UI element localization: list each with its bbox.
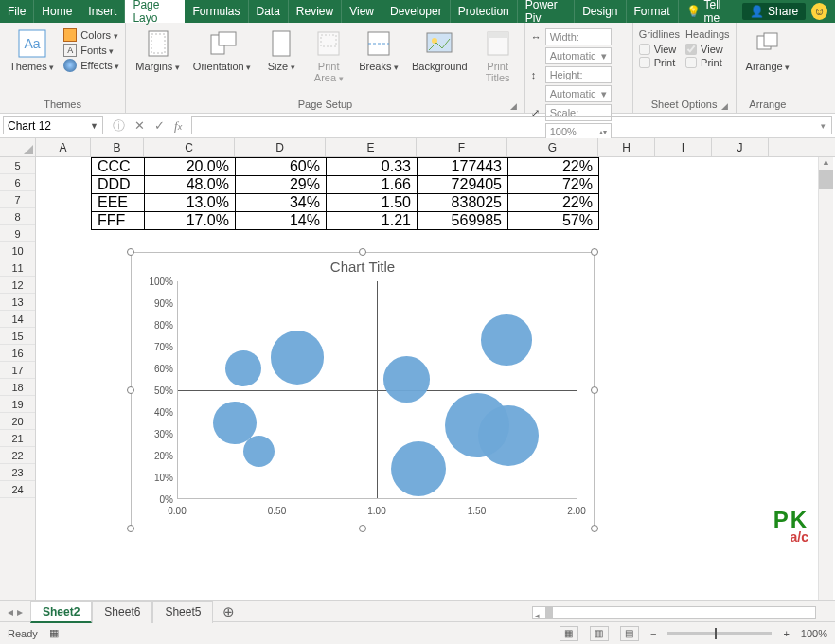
sheet-tab-sheet6[interactable]: Sheet6	[92, 601, 152, 623]
row-headers[interactable]: 56789101112131415161718192021222324	[0, 157, 36, 600]
resize-handle[interactable]	[359, 248, 366, 256]
row-header[interactable]: 7	[0, 191, 35, 208]
resize-handle[interactable]	[127, 248, 134, 256]
dialog-launcher-icon[interactable]: ◢	[510, 101, 517, 111]
menu-tab-page-layout[interactable]: Page Layo	[125, 0, 185, 23]
row-header[interactable]: 15	[0, 328, 35, 345]
gridlines-view-checkbox[interactable]: View	[639, 44, 680, 55]
themes-button[interactable]: Aa Themes	[6, 27, 58, 75]
menu-tab-formulas[interactable]: Formulas	[185, 0, 248, 23]
row-header[interactable]: 11	[0, 259, 35, 277]
embedded-chart[interactable]: Chart Title 0%10%20%30%40%50%60%70%80%90…	[131, 252, 595, 528]
row-header[interactable]: 22	[0, 447, 35, 464]
zoom-out-button[interactable]: −	[650, 628, 656, 639]
col-header-B[interactable]: B	[91, 138, 144, 156]
arrange-button[interactable]: Arrange	[742, 27, 794, 75]
resize-handle[interactable]	[359, 525, 366, 532]
col-header-G[interactable]: G	[507, 138, 598, 156]
menu-tab-format[interactable]: Format	[627, 0, 679, 23]
zoom-level[interactable]: 100%	[801, 628, 827, 639]
fx-icon[interactable]: fx	[174, 118, 182, 134]
menu-tab-view[interactable]: View	[342, 0, 382, 23]
width-select[interactable]: Width:	[545, 28, 612, 45]
row-header[interactable]: 17	[0, 362, 35, 379]
menu-tab-protection[interactable]: Protection	[451, 0, 518, 23]
row-header[interactable]: 20	[0, 413, 35, 430]
menu-tab-data[interactable]: Data	[249, 0, 289, 23]
sheet-tab-sheet2[interactable]: Sheet2	[30, 601, 92, 623]
bubble-point[interactable]	[225, 350, 261, 386]
tab-nav-last-icon[interactable]: ▸	[17, 605, 23, 618]
select-all-corner[interactable]	[0, 138, 36, 157]
menu-tab-insert[interactable]: Insert	[80, 0, 125, 23]
headings-print-checkbox[interactable]: Print	[685, 57, 729, 68]
sheet-tab-sheet5[interactable]: Sheet5	[152, 601, 213, 623]
row-header[interactable]: 8	[0, 208, 35, 225]
height-value[interactable]: Automatic▾	[545, 85, 612, 102]
bubble-point[interactable]	[271, 331, 324, 384]
zoom-in-button[interactable]: +	[783, 628, 789, 639]
new-sheet-button[interactable]: ⊕	[213, 603, 244, 620]
tab-nav-first-icon[interactable]: ◂	[8, 605, 13, 618]
row-header[interactable]: 14	[0, 311, 35, 328]
row-header[interactable]: 18	[0, 379, 35, 396]
menu-tab-design[interactable]: Design	[575, 0, 626, 23]
effects-button[interactable]: Effects	[63, 59, 119, 72]
worksheet-grid[interactable]: ABCDEFGHIJ 56789101112131415161718192021…	[0, 138, 835, 600]
menu-tab-home[interactable]: Home	[34, 0, 80, 23]
menu-tab-developer[interactable]: Developer	[382, 0, 451, 23]
macro-record-icon[interactable]: ▦	[49, 627, 59, 639]
row-header[interactable]: 13	[0, 294, 35, 311]
name-box[interactable]: Chart 12▼	[3, 116, 103, 134]
view-page-break-button[interactable]: ▤	[620, 626, 639, 641]
row-header[interactable]: 5	[0, 157, 35, 174]
menu-tab-file[interactable]: File	[0, 0, 34, 23]
print-area-button[interactable]: Print Area	[308, 27, 349, 86]
row-header[interactable]: 21	[0, 430, 35, 447]
col-header-H[interactable]: H	[598, 138, 655, 156]
view-normal-button[interactable]: ▦	[560, 626, 578, 641]
cancel-icon[interactable]: ✕	[134, 118, 145, 133]
resize-handle[interactable]	[127, 525, 134, 532]
col-header-A[interactable]: A	[36, 138, 91, 156]
menu-tab-review[interactable]: Review	[289, 0, 342, 23]
col-header-I[interactable]: I	[655, 138, 712, 156]
feedback-smiley-icon[interactable]: ☺	[811, 3, 827, 20]
chart-title[interactable]: Chart Title	[132, 253, 594, 277]
row-header[interactable]: 23	[0, 464, 35, 481]
fonts-button[interactable]: AFonts	[63, 44, 119, 57]
resize-handle[interactable]	[127, 386, 134, 394]
colors-button[interactable]: Colors	[63, 28, 119, 42]
bubble-point[interactable]	[383, 356, 430, 402]
resize-handle[interactable]	[591, 525, 598, 532]
col-header-J[interactable]: J	[712, 138, 769, 156]
row-header[interactable]: 24	[0, 481, 35, 498]
bubble-point[interactable]	[243, 436, 275, 467]
col-header-C[interactable]: C	[144, 138, 235, 156]
column-headers[interactable]: ABCDEFGHIJ	[36, 138, 835, 157]
headings-view-checkbox[interactable]: View	[685, 44, 729, 55]
zoom-slider[interactable]	[667, 632, 772, 635]
width-value[interactable]: Automatic▾	[545, 47, 612, 64]
row-header[interactable]: 10	[0, 242, 35, 259]
resize-handle[interactable]	[591, 386, 598, 394]
bubble-point[interactable]	[481, 314, 531, 365]
dialog-launcher-icon[interactable]: ◢	[721, 101, 728, 111]
height-select[interactable]: Height:	[545, 66, 612, 83]
bubble-point[interactable]	[391, 441, 446, 496]
size-button[interactable]: Size	[260, 27, 302, 75]
vertical-scrollbar[interactable]: ▲	[818, 157, 833, 600]
margins-button[interactable]: Margins	[132, 27, 184, 75]
gridlines-print-checkbox[interactable]: Print	[639, 57, 680, 68]
horizontal-scrollbar[interactable]: ◂	[532, 606, 816, 619]
row-header[interactable]: 6	[0, 174, 35, 191]
col-header-F[interactable]: F	[417, 138, 507, 156]
orientation-button[interactable]: Orientation	[189, 27, 255, 75]
col-header-E[interactable]: E	[326, 138, 417, 156]
enter-icon[interactable]: ✓	[154, 118, 165, 133]
row-header[interactable]: 19	[0, 396, 35, 413]
resize-handle[interactable]	[591, 248, 598, 256]
background-button[interactable]: Background	[408, 27, 471, 74]
help-icon[interactable]: ⓘ	[113, 117, 125, 134]
row-header[interactable]: 12	[0, 277, 35, 294]
